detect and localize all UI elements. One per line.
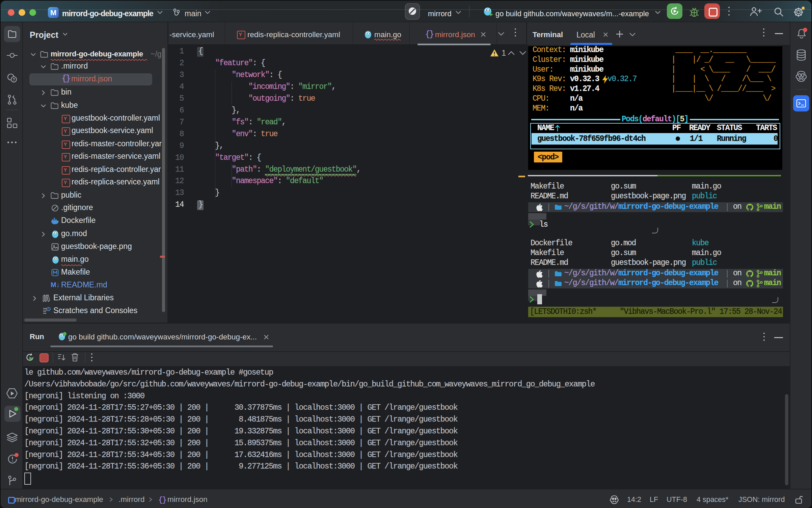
svg-text:?: ? [12,77,15,82]
